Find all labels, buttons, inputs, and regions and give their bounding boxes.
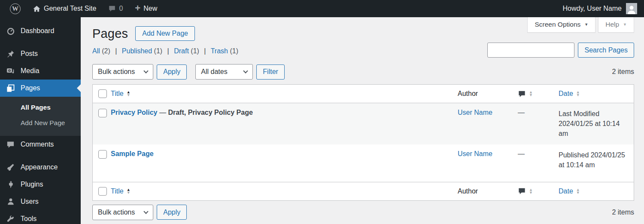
site-name-menu[interactable]: General Test Site [29, 0, 100, 17]
page-title-link[interactable]: Sample Page [111, 150, 154, 157]
help-tab[interactable]: Help ▼ [598, 17, 634, 33]
sort-arrows-icon: ▲▼ [576, 91, 580, 97]
date-cell: Published 2024/01/25 at 10:14 am [559, 144, 634, 182]
screen-options-tab[interactable]: Screen Options ▼ [527, 17, 595, 33]
sort-by-title-link[interactable]: Title [111, 90, 124, 98]
sidebar-label: Comments [21, 141, 54, 148]
filter-count: (1) [191, 47, 199, 55]
author-column-header: Author [458, 90, 478, 98]
sidebar-item-all-pages[interactable]: All Pages [0, 100, 81, 115]
filter-all-link[interactable]: All [92, 47, 100, 55]
date-cell: Last Modified 2024/01/25 at 10:14 am [559, 103, 634, 144]
plugin-icon [6, 181, 15, 189]
sidebar-item-posts[interactable]: Posts [0, 45, 81, 62]
sidebar-item-pages[interactable]: Pages [0, 80, 81, 97]
admin-sidebar: Dashboard Posts Media Pages All Pages Ad… [0, 17, 81, 224]
search-input[interactable] [487, 43, 574, 58]
table-footer-row: Title ▲▼ Author ▲▼ Date ▲▼ [93, 182, 634, 200]
select-all-checkbox[interactable] [98, 187, 107, 196]
items-count: 2 items [612, 68, 634, 76]
user-avatar [626, 3, 637, 14]
user-icon [6, 198, 15, 206]
sort-arrows-icon: ▲▼ [127, 188, 131, 194]
new-content-menu[interactable]: + New [131, 0, 161, 17]
help-label: Help [605, 21, 619, 28]
screen-options-label: Screen Options [535, 21, 580, 28]
pages-table: Title ▲▼ Author ▲▼ Date ▲▼ [92, 84, 634, 201]
items-count: 2 items [612, 209, 634, 216]
sidebar-item-add-new-page[interactable]: Add New Page [0, 115, 81, 131]
select-row-checkbox[interactable] [98, 109, 107, 117]
sidebar-item-tools[interactable]: Tools [0, 210, 81, 224]
sort-arrows-icon: ▲▼ [127, 91, 131, 97]
select-all-checkbox[interactable] [98, 89, 107, 98]
sort-arrows-icon: ▲▼ [529, 91, 533, 97]
comments-bubble-menu[interactable]: 0 [104, 0, 127, 17]
filter-draft-link[interactable]: Draft [174, 47, 189, 55]
my-account-menu[interactable]: Howdy, User Name [562, 3, 638, 14]
date-filter-select[interactable]: All dates [195, 64, 253, 80]
page-title-link[interactable]: Privacy Policy [111, 109, 158, 116]
comment-count: 0 [119, 5, 123, 12]
sidebar-label: Appearance [21, 163, 58, 171]
separator: | [204, 47, 206, 55]
comments-column-icon[interactable] [518, 90, 526, 98]
bulk-actions-select-bottom[interactable]: Bulk actions [92, 205, 153, 220]
wordpress-logo-icon: W [10, 3, 21, 14]
select-row-checkbox[interactable] [98, 150, 107, 159]
chevron-down-icon: ▼ [584, 22, 588, 27]
main-content: Screen Options ▼ Help ▼ Pages Add New Pa… [81, 17, 644, 224]
sidebar-label: Plugins [21, 181, 43, 188]
sidebar-item-media[interactable]: Media [0, 62, 81, 80]
comments-column-icon[interactable] [518, 187, 526, 195]
author-link[interactable]: User Name [458, 109, 492, 117]
sort-by-date-link[interactable]: Date [559, 90, 573, 98]
comment-count-dash: — [518, 150, 525, 158]
screen-meta-links: Screen Options ▼ Help ▼ [527, 17, 634, 33]
filter-trash-link[interactable]: Trash [211, 47, 228, 55]
sidebar-item-plugins[interactable]: Plugins [0, 176, 81, 193]
table-row: Sample Page User Name — Published 2024/0… [93, 144, 634, 182]
pages-icon [6, 84, 15, 92]
sort-by-date-link[interactable]: Date [559, 187, 573, 195]
pages-submenu: All Pages Add New Page [0, 97, 81, 136]
paintbrush-icon [6, 163, 15, 172]
admin-bar: W General Test Site 0 + New Howdy, User … [0, 0, 644, 17]
site-name-label: General Test Site [44, 5, 96, 12]
sidebar-item-comments[interactable]: Comments [0, 136, 81, 153]
home-icon [33, 5, 41, 13]
bulk-actions-value: Bulk actions [98, 209, 135, 216]
table-header-row: Title ▲▼ Author ▲▼ Date ▲▼ [93, 85, 634, 103]
state-separator: — [158, 109, 168, 116]
add-new-page-button[interactable]: Add New Page [135, 26, 195, 41]
sidebar-label: Dashboard [21, 27, 54, 35]
filter-count: (1) [154, 47, 163, 55]
sidebar-item-users[interactable]: Users [0, 193, 81, 210]
apply-button-bottom[interactable]: Apply [157, 205, 187, 220]
sidebar-item-appearance[interactable]: Appearance [0, 159, 81, 176]
comment-bubble-icon [6, 141, 15, 149]
table-row: Privacy Policy — Draft, Privacy Policy P… [93, 103, 634, 144]
sidebar-label: Users [21, 198, 39, 206]
filter-button[interactable]: Filter [256, 64, 285, 80]
howdy-label: Howdy, User Name [562, 5, 622, 12]
media-icon [6, 67, 15, 75]
sort-by-title-link[interactable]: Title [111, 187, 124, 195]
comment-bubble-icon [108, 5, 116, 12]
sidebar-label: Posts [21, 50, 38, 58]
wrench-icon [6, 215, 15, 223]
author-link[interactable]: User Name [458, 150, 492, 158]
wordpress-logo-menu[interactable]: W [6, 0, 24, 17]
author-column-header: Author [458, 187, 478, 195]
date-filter-value: All dates [201, 68, 227, 76]
sidebar-item-dashboard[interactable]: Dashboard [0, 22, 81, 40]
pushpin-icon [6, 50, 15, 58]
sidebar-label: Tools [21, 215, 36, 223]
page-title: Pages [92, 27, 128, 41]
bulk-actions-select[interactable]: Bulk actions [92, 64, 153, 80]
filter-published-link[interactable]: Published [122, 47, 152, 55]
top-toolbar: Bulk actions Apply All dates Filter 2 it… [92, 64, 634, 80]
apply-button[interactable]: Apply [157, 64, 187, 80]
post-state: Draft, Privacy Policy Page [168, 109, 252, 116]
search-pages-button[interactable]: Search Pages [578, 43, 634, 58]
